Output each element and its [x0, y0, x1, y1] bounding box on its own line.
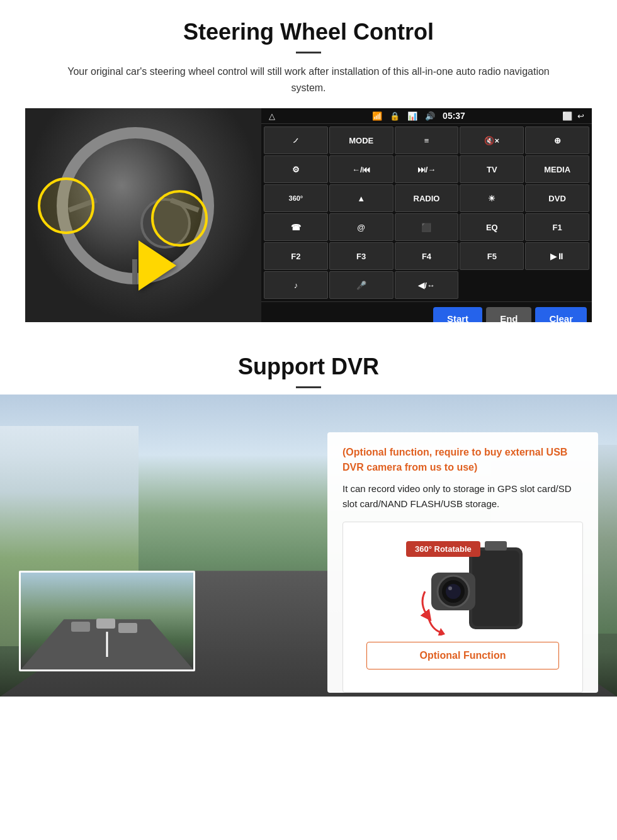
- ui-btn-settings[interactable]: ⚙: [264, 155, 328, 183]
- camera-illustration: 360° Rotatable: [387, 535, 538, 636]
- dvr-camera-box: 360° Rotatable: [342, 522, 583, 693]
- ui-btn-apps[interactable]: ⊕: [525, 126, 589, 154]
- ui-btn-eject[interactable]: ▲: [329, 184, 393, 212]
- ui-btn-prevtrack[interactable]: ◀/↔: [395, 271, 459, 299]
- ui-btn-nav[interactable]: ⟋: [264, 126, 328, 154]
- window-icon: ⬜: [562, 111, 572, 121]
- steering-description: Your original car's steering wheel contr…: [57, 64, 560, 96]
- inset-car-2: [96, 619, 115, 629]
- ui-btn-prev[interactable]: ←/⏮: [329, 155, 393, 183]
- wifi-icon: 📶: [372, 111, 382, 121]
- ui-btn-brightness[interactable]: ☀: [460, 184, 524, 212]
- ui-btn-mute[interactable]: 🔇×: [460, 126, 524, 154]
- steering-divider: [296, 52, 321, 53]
- svg-point-6: [446, 584, 461, 599]
- dvr-inset-photo: [19, 571, 195, 671]
- ui-button-grid: ⟋ MODE ≡ 🔇× ⊕ ⚙ ←/⏮ ⏭/→ TV MEDIA 360° ▲ …: [261, 124, 592, 301]
- ui-btn-f4[interactable]: F4: [395, 242, 459, 270]
- dvr-info-box: (Optional function, require to buy exter…: [327, 432, 598, 693]
- steering-section: Steering Wheel Control Your original car…: [0, 0, 617, 335]
- ui-btn-screen[interactable]: ⬛: [395, 213, 459, 241]
- ui-btn-mic[interactable]: 🎤: [329, 271, 393, 299]
- back-icon: ↩: [577, 111, 584, 121]
- ui-btn-music[interactable]: ♪: [264, 271, 328, 299]
- status-right: ⬜ ↩: [562, 111, 584, 121]
- inset-road-line: [106, 632, 108, 657]
- ui-btn-f5[interactable]: F5: [460, 242, 524, 270]
- svg-rect-2: [485, 541, 507, 551]
- audio-icon: 🔊: [425, 111, 435, 121]
- dvr-photo-area: (Optional function, require to buy exter…: [0, 395, 617, 697]
- ui-btn-mode[interactable]: MODE: [329, 126, 393, 154]
- ui-btn-f2[interactable]: F2: [264, 242, 328, 270]
- ui-btn-eq[interactable]: EQ: [460, 213, 524, 241]
- ui-btn-360[interactable]: 360°: [264, 184, 328, 212]
- ui-btn-f3[interactable]: F3: [329, 242, 393, 270]
- dvr-title: Support DVR: [25, 354, 592, 380]
- ui-btn-playpause[interactable]: ▶⏸: [525, 242, 589, 270]
- svg-point-7: [448, 586, 452, 590]
- ui-btn-media[interactable]: MEDIA: [525, 155, 589, 183]
- steering-photo: [25, 108, 261, 322]
- status-center: 📶 🔒 📊 🔊 05:37: [372, 111, 465, 121]
- rotatable-badge: 360° Rotatable: [406, 541, 480, 557]
- ui-btn-phone[interactable]: ☎: [264, 213, 328, 241]
- ui-btn-menu[interactable]: ≡: [395, 126, 459, 154]
- dvr-optional-text: (Optional function, require to buy exter…: [342, 445, 583, 475]
- start-button[interactable]: Start: [433, 307, 482, 322]
- ui-btn-f1[interactable]: F1: [525, 213, 589, 241]
- dvr-header: Support DVR: [0, 335, 617, 395]
- ui-status-bar: △ 📶 🔒 📊 🔊 05:37 ⬜ ↩: [261, 108, 592, 124]
- dvr-divider: [296, 386, 321, 388]
- home-icon: △: [269, 111, 275, 121]
- ui-btn-tv[interactable]: TV: [460, 155, 524, 183]
- status-icons-left: △: [269, 111, 275, 121]
- highlight-circle-left: [38, 177, 94, 234]
- spoke-bottom: [132, 259, 137, 284]
- ui-bottom-bar: Start End Clear: [261, 301, 592, 322]
- ui-btn-dvd[interactable]: DVD: [525, 184, 589, 212]
- ui-btn-next[interactable]: ⏭/→: [395, 155, 459, 183]
- steering-demo-container: △ 📶 🔒 📊 🔊 05:37 ⬜ ↩ ⟋ MODE: [25, 108, 592, 322]
- steering-title: Steering Wheel Control: [25, 19, 592, 45]
- ui-btn-radio[interactable]: RADIO: [395, 184, 459, 212]
- signal-icon: 📊: [407, 111, 417, 121]
- lock-icon: 🔒: [390, 111, 400, 121]
- dvr-description: It can record video only to storage in G…: [342, 481, 583, 512]
- inset-car-3: [118, 623, 137, 633]
- end-button[interactable]: End: [486, 307, 531, 322]
- yellow-arrow: [139, 240, 176, 291]
- svg-rect-1: [472, 551, 519, 626]
- optional-function-button[interactable]: Optional Function: [366, 642, 559, 669]
- clear-button[interactable]: Clear: [535, 307, 587, 322]
- status-time: 05:37: [443, 111, 465, 121]
- ui-btn-web[interactable]: @: [329, 213, 393, 241]
- highlight-circle-right: [151, 190, 208, 247]
- inset-car-1: [71, 622, 90, 632]
- dvr-section: Support DVR (Optional function, require …: [0, 335, 617, 697]
- car-ui-panel: △ 📶 🔒 📊 🔊 05:37 ⬜ ↩ ⟋ MODE: [261, 108, 592, 322]
